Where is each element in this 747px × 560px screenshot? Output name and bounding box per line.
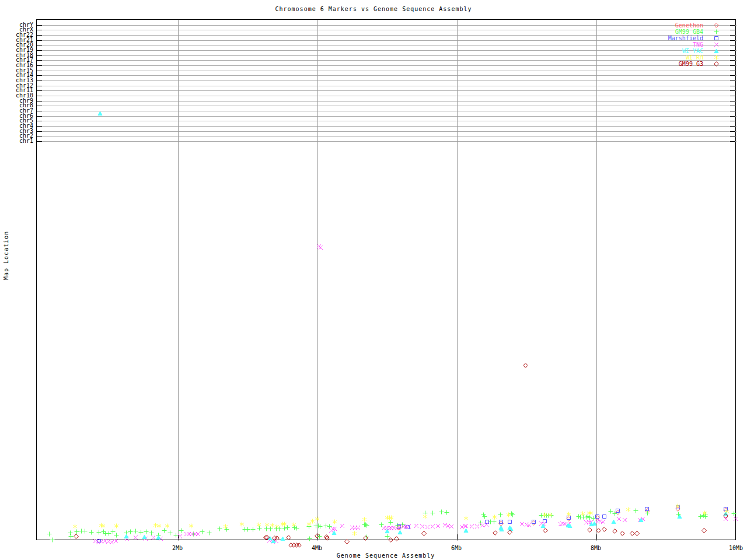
chromosome-gridline [37,90,736,91]
legend-label-wi-yac: WI YAC [682,48,703,54]
marker-gm99-gb4 [50,537,55,542]
marker-tng [318,245,323,250]
marker-gm99-g3 [315,533,320,538]
marker-gm99-g3 [523,363,528,368]
y-tick-left [37,121,42,121]
marker-wi-rh [332,519,337,524]
chromosome-gridline [37,106,736,106]
marker-gm99-gb4 [250,527,256,532]
legend-label-gm99-gb4: GM99 GB4 [675,29,703,35]
marker-wi-rh [291,522,296,527]
legend-marker-tng [714,42,719,47]
y-tick-left [37,50,42,51]
y-tick-right [730,126,735,127]
y-tick-right [730,80,735,81]
marker-wi-rh [492,514,497,520]
marker-gm99-gb4 [89,530,94,535]
legend-label-wi-rh: WI RH [686,55,703,61]
marker-gm99-g3 [274,536,280,541]
marker-wi-rh [580,511,585,516]
chromosome-gridline [37,60,736,61]
marker-wi-rh [223,524,228,529]
legend-marker-wi-yac [714,48,719,54]
chromosome-gridline [37,75,736,76]
y-tick-left [37,96,42,96]
marker-tng [177,534,183,539]
marker-gm99-gb4 [633,508,638,513]
legend-label-marshfield: Marshfield [668,36,703,41]
marker-wi-yac [124,534,129,539]
marker-gm99-gb4 [114,533,119,538]
marker-gm99-g3 [612,528,617,534]
marker-gm99-g3 [723,513,728,519]
x-tick-label: 2Mb [160,545,195,551]
marker-tng [733,516,738,522]
chromosome-gridline [37,86,736,86]
y-tick-left [37,101,42,102]
marker-gm99-gb4 [444,510,449,515]
marker-gm99-g3 [286,535,291,540]
y-tick-left [37,71,42,71]
marker-gm99-gb4 [482,514,487,519]
legend-label-tng: TNG [693,42,703,48]
chromosome-gridline [37,101,736,102]
y-tick-right [730,75,735,76]
marker-wi-rh [675,503,680,509]
marker-gm99-gb4 [731,511,736,516]
marker-tng [484,522,489,527]
marker-tng [601,519,606,524]
chromosome-gridline [37,40,736,41]
marker-tng [469,524,474,529]
y-tick-left [37,136,42,136]
marker-wi-rh [352,531,357,536]
y-tick-right [730,131,735,132]
x-tick-label: 8Mb [578,545,613,551]
marker-wi-rh [566,512,571,517]
y-tick-left [37,86,42,86]
marker-wi-yac [280,536,285,541]
marker-wi-yac [463,528,469,533]
marker-wi-rh [165,523,170,528]
chromosome-gridline [37,96,736,96]
marker-gm99-g3 [634,531,640,536]
marker-tng [430,524,435,529]
y-tick-left [37,25,42,26]
marker-gm99-gb4 [388,520,393,525]
marker-gm99-gb4 [245,527,250,532]
marker-wi-yac [156,535,161,540]
y-tick-right [730,40,735,41]
x-tick-label: 4Mb [299,545,334,551]
marker-marshfield [507,519,512,524]
y-tick-label: chr1 [1,138,33,144]
mb-gridline [457,20,458,541]
marker-wi-yac [592,521,597,526]
marker-gm99-gb4 [162,528,167,533]
y-tick-right [730,60,735,61]
marker-tng [355,525,361,530]
y-tick-right [730,35,735,36]
marker-gm99-gb4 [317,524,323,529]
marker-gm99-g3 [363,536,368,541]
x-tick [596,534,597,540]
y-tick-left [37,60,42,61]
y-tick-left [37,45,42,46]
marker-gm99-gb4 [364,523,369,528]
chromosome-gridline [37,111,736,111]
legend-marker-marshfield [714,36,719,41]
legend-marker-gm99-gb4 [714,29,719,34]
marker-wi-yac [385,528,390,534]
legend-label-genethon: Genethon [675,23,703,29]
plot-area: GenethonGM99 GB4MarshfieldTNGWI YACWI RH… [36,19,736,540]
marker-wi-rh [274,524,280,529]
marker-gm99-gb4 [82,528,88,534]
marker-wi-rh [114,523,119,528]
chromosome-gridline [37,25,736,26]
marker-wi-rh [463,516,469,521]
marker-wi-rh [506,512,511,517]
marker-wi-rh [626,507,631,512]
marker-gm99-g3 [324,536,330,541]
y-tick-left [37,40,42,41]
y-tick-right [730,65,735,66]
chart-canvas: Chromosome 6 Markers vs Genome Sequence … [0,0,747,560]
y-tick-right [730,25,735,26]
